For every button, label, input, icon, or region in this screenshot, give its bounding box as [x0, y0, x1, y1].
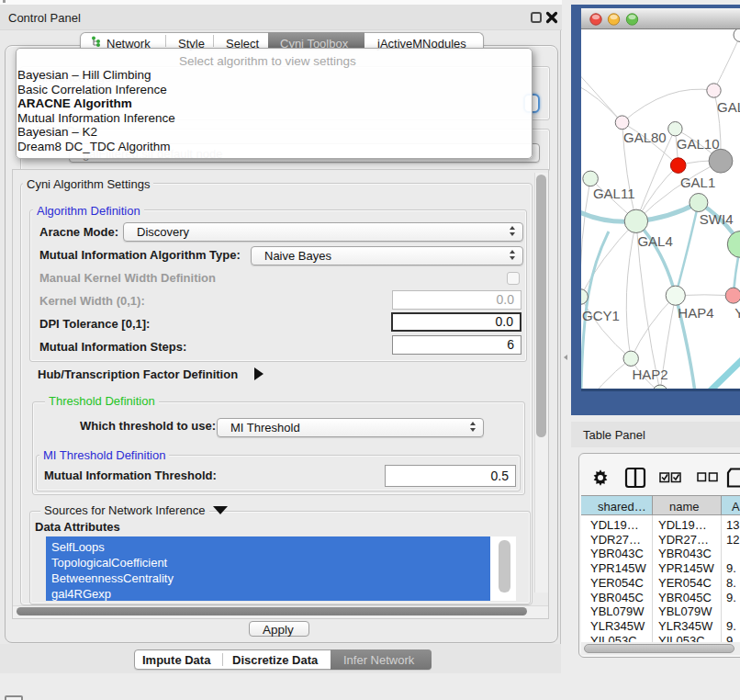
svg-text:GAL11: GAL11: [593, 186, 635, 201]
svg-text:Y: Y: [734, 305, 740, 321]
svg-text:GAL1: GAL1: [680, 175, 715, 190]
svg-text:GAL4: GAL4: [637, 233, 672, 249]
svg-text:HAP2: HAP2: [632, 367, 667, 382]
svg-text:SWI4: SWI4: [700, 211, 734, 227]
svg-text:GAL2: GAL2: [717, 99, 740, 115]
svg-text:GAL80: GAL80: [623, 130, 667, 145]
svg-text:HAP4: HAP4: [678, 305, 713, 321]
svg-text:GCY1: GCY1: [582, 308, 620, 323]
svg-text:GAL10: GAL10: [677, 136, 720, 152]
